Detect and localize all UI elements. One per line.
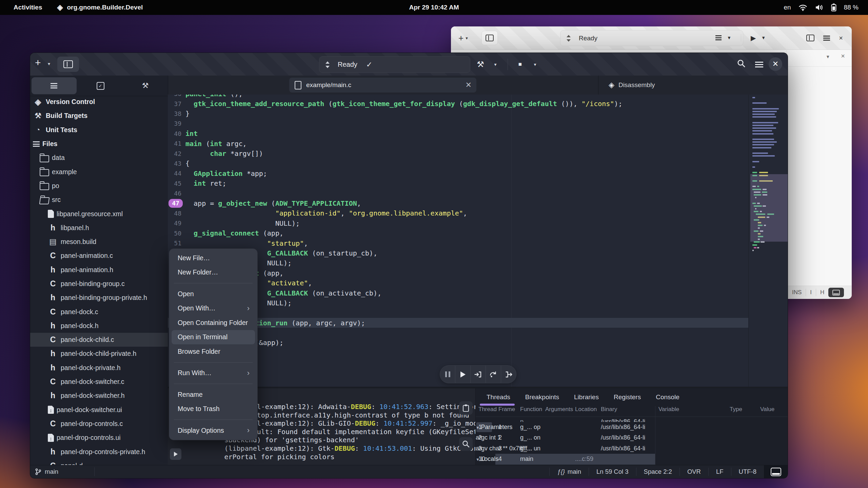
bg-status-h[interactable]: H [820, 289, 824, 296]
step-over-button[interactable] [486, 366, 501, 383]
code-line[interactable]: 51 "startup", [168, 238, 748, 248]
column-variable[interactable]: Variable [658, 406, 679, 413]
panel-tab[interactable]: Threads [487, 393, 510, 401]
cursor-position[interactable]: Ln 59 Col 3 [589, 468, 636, 475]
column-location[interactable]: Location [575, 406, 597, 413]
tab-disassembly[interactable]: ◈ Disassembly [609, 76, 655, 95]
tree-item[interactable]: libpanel.gresource.xml [30, 207, 168, 221]
sidebar-toggle-button[interactable] [57, 57, 79, 72]
menu-item[interactable]: New File… › [172, 251, 255, 265]
bg-panel-toggle-icon[interactable] [806, 35, 814, 41]
omnibar[interactable]: Ready ✓ [319, 56, 470, 73]
column-type[interactable]: Type [730, 406, 742, 413]
tree-item[interactable]: Version Control [30, 95, 168, 109]
overwrite-indicator[interactable]: OVR [680, 468, 708, 475]
tree-item[interactable]: panel-d [30, 459, 168, 465]
menu-button[interactable] [755, 62, 763, 67]
column-thread[interactable]: Thread [478, 406, 497, 413]
clock[interactable]: Apr 29 10:42 AM [409, 4, 459, 11]
bg-new-tab-caret[interactable]: ▾ [466, 36, 468, 41]
copy-output-button[interactable] [459, 401, 473, 415]
menu-item[interactable]: Move to Trash › [172, 402, 255, 416]
code-line[interactable]: 42 char *argv[]) [168, 148, 748, 158]
tree-item[interactable]: libpanel.h [30, 221, 168, 235]
column-value[interactable]: Value [760, 406, 774, 413]
pause-button[interactable] [440, 366, 455, 383]
build-button[interactable]: ⚒ [473, 60, 488, 69]
close-button[interactable]: ✕ [769, 57, 782, 71]
panel-tab[interactable]: Registers [614, 393, 641, 401]
code-line[interactable]: 49 NULL); [168, 218, 748, 228]
menu-item[interactable]: › [169, 416, 257, 423]
volume-icon[interactable] [815, 4, 824, 11]
menu-item[interactable]: New Folder… › [172, 265, 255, 280]
menu-item[interactable]: Run With… › [172, 366, 255, 381]
source-editor[interactable]: 36 panel_init (); 37 gtk_icon_theme_add_… [168, 95, 788, 387]
tree-item[interactable]: panel-dock-switcher.c [30, 375, 168, 389]
bg-pane-close-button[interactable]: × [841, 52, 845, 60]
bg-terminal-toggle[interactable] [828, 288, 844, 297]
tree-item[interactable]: panel-dock.h [30, 319, 168, 333]
menu-item[interactable]: Browse Folder › [172, 344, 255, 359]
bg-sidebar-toggle-button[interactable] [481, 31, 498, 45]
table-row[interactable]: p... /usr/lib/x86_64-li [476, 416, 655, 422]
wifi-icon[interactable] [798, 4, 807, 11]
tree-item[interactable]: Files [30, 137, 168, 151]
tree-item[interactable]: panel-drop-controls-private.h [30, 445, 168, 459]
column-function[interactable]: Function [520, 406, 542, 413]
continue-button[interactable] [455, 366, 471, 383]
stop-button[interactable]: ■ [513, 61, 528, 68]
code-line[interactable]: 37 gtk_icon_theme_add_resource_path (gtk… [168, 99, 748, 108]
code-line[interactable]: 40 int [168, 129, 748, 139]
tree-item[interactable]: panel-dock-switcher.ui [30, 403, 168, 417]
tree-item[interactable]: Unit Tests [30, 123, 168, 137]
tree-item[interactable]: panel-animation.h [30, 263, 168, 277]
menu-item[interactable]: Open Containing Folder › [172, 316, 255, 330]
step-out-button[interactable] [501, 366, 516, 383]
minimap[interactable] [750, 95, 788, 387]
run-caret[interactable]: ▾ [528, 62, 542, 67]
code-line[interactable]: 50 g_signal_connect (app, [168, 228, 748, 238]
menu-item[interactable]: Open › [172, 287, 255, 301]
new-tab-button[interactable]: + [35, 57, 41, 68]
tree-item[interactable]: panel-binding-group.c [30, 277, 168, 291]
sidebar-tab-todo[interactable]: ✓ [78, 76, 123, 96]
tree-item[interactable]: panel-dock.c [30, 305, 168, 319]
column-arguments[interactable]: Arguments [545, 406, 573, 413]
minimap-viewport[interactable] [750, 174, 788, 242]
battery-icon[interactable] [831, 3, 836, 12]
column-frame[interactable]: Frame [498, 406, 515, 413]
tree-item[interactable]: panel-binding-group-private.h [30, 291, 168, 305]
menu-item[interactable]: › [169, 380, 257, 387]
code-line[interactable]: 48 "application-id", "org.gnome.libpanel… [168, 208, 748, 218]
symbol-indicator[interactable]: ƒ{} main [550, 468, 589, 475]
line-ending-indicator[interactable]: LF [709, 468, 731, 475]
search-output-button[interactable] [459, 437, 473, 451]
tree-item[interactable]: Build Targets [30, 109, 168, 123]
tree-item[interactable]: panel-drop-controls.c [30, 417, 168, 431]
build-caret[interactable]: ▾ [488, 62, 503, 67]
tree-item[interactable]: panel-dock-child.c [30, 333, 168, 347]
menu-item[interactable]: › [169, 359, 257, 366]
panel-tab[interactable]: Breakpoints [525, 393, 559, 401]
menu-item[interactable]: Display Options › [172, 423, 255, 438]
sidebar-tab-build[interactable]: ⚒ [123, 76, 168, 96]
activities-button[interactable]: Activities [14, 4, 42, 11]
code-line[interactable]: 43 { [168, 159, 748, 168]
code-line[interactable]: 39 [168, 119, 748, 128]
tab-example-main-c[interactable]: example/main.c ✕ [289, 78, 476, 93]
code-line[interactable]: 38 } [168, 109, 748, 119]
code-line[interactable]: 41 main (int argc, [168, 139, 748, 148]
tree-item[interactable]: panel-dock-child-private.h [30, 347, 168, 361]
tree-item[interactable]: po [30, 179, 168, 193]
bg-run-caret[interactable]: ▼ [761, 35, 766, 40]
tree-item[interactable]: example [30, 165, 168, 179]
code-line[interactable]: 44 GApplication *app; [168, 168, 748, 178]
menu-item[interactable]: › [169, 280, 257, 287]
menu-item[interactable]: Open in Terminal › [172, 330, 255, 345]
keyboard-layout-indicator[interactable]: en [784, 4, 791, 11]
sidebar-tab-files[interactable] [32, 77, 77, 94]
bottom-panel-toggle-button[interactable] [764, 465, 788, 478]
tree-item[interactable]: panel-animation.c [30, 249, 168, 263]
menu-item[interactable]: Rename › [172, 387, 255, 402]
